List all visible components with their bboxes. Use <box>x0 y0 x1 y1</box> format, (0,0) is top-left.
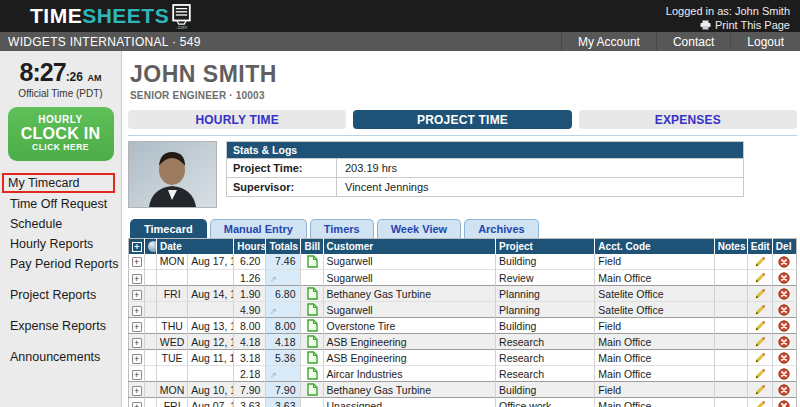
cell-bill[interactable] <box>301 334 323 350</box>
tab-archives[interactable]: Archives <box>464 219 538 238</box>
tab-manual-entry[interactable]: Manual Entry <box>210 219 307 238</box>
cell-expand[interactable]: + <box>129 382 145 398</box>
cell-del[interactable] <box>772 334 796 350</box>
delete-circle-icon[interactable] <box>778 272 790 284</box>
expand-row-plus-icon[interactable]: + <box>132 322 142 332</box>
cell-del[interactable] <box>772 286 796 302</box>
billable-doc-icon[interactable] <box>307 383 318 396</box>
info-sphere-icon[interactable] <box>148 241 157 252</box>
subnav-logout[interactable]: Logout <box>730 32 800 51</box>
cell-edit[interactable] <box>747 366 772 382</box>
cell-del[interactable] <box>772 382 796 398</box>
cell-expand[interactable]: + <box>129 318 145 334</box>
cell-del[interactable] <box>772 318 796 334</box>
billable-doc-icon[interactable] <box>307 255 318 268</box>
delete-circle-icon[interactable] <box>778 368 790 380</box>
print-this-page-link[interactable]: Print This Page <box>700 18 790 32</box>
expand-all-plus-icon[interactable]: + <box>132 242 142 252</box>
header-info[interactable] <box>145 239 157 254</box>
cell-bill[interactable] <box>301 286 323 302</box>
delete-circle-icon[interactable] <box>778 288 790 300</box>
timesheets-logo[interactable]: TIMESHEETS .com <box>0 0 191 32</box>
billable-doc-icon[interactable] <box>307 287 318 300</box>
cell-bill[interactable] <box>301 350 323 366</box>
expand-row-plus-icon[interactable]: + <box>132 290 142 300</box>
cell-bill[interactable] <box>301 382 323 398</box>
sidebar-item-announcements[interactable]: Announcements <box>4 348 117 366</box>
delete-circle-icon[interactable] <box>778 304 790 316</box>
cell-edit[interactable] <box>747 382 772 398</box>
delete-circle-icon[interactable] <box>778 400 790 407</box>
subnav-contact[interactable]: Contact <box>656 32 730 51</box>
tab-project-time[interactable]: PROJECT TIME <box>353 110 571 129</box>
cell-edit[interactable] <box>747 398 772 407</box>
cell-bill[interactable] <box>301 318 323 334</box>
cell-edit[interactable] <box>747 286 772 302</box>
pencil-icon[interactable] <box>754 368 766 380</box>
delete-circle-icon[interactable] <box>778 320 790 332</box>
hourly-clock-in-button[interactable]: HOURLY CLOCK IN CLICK HERE <box>8 107 114 161</box>
cell-edit[interactable] <box>747 254 772 270</box>
pencil-icon[interactable] <box>754 304 766 316</box>
cell-edit[interactable] <box>747 318 772 334</box>
delete-circle-icon[interactable] <box>778 256 790 268</box>
billable-doc-icon[interactable] <box>307 319 318 332</box>
pencil-icon[interactable] <box>754 288 766 300</box>
cell-del[interactable] <box>772 350 796 366</box>
header-expand-all[interactable]: + <box>129 239 145 254</box>
sidebar-item-schedule[interactable]: Schedule <box>4 215 117 233</box>
cell-expand[interactable]: + <box>129 350 145 366</box>
cell-del[interactable] <box>772 302 796 318</box>
cell-del[interactable] <box>772 270 796 286</box>
expand-row-plus-icon[interactable]: + <box>132 354 142 364</box>
subnav-my-account[interactable]: My Account <box>561 32 656 51</box>
cell-del[interactable] <box>772 366 796 382</box>
cell-expand[interactable]: + <box>129 286 145 302</box>
sidebar-item-project-reports[interactable]: Project Reports <box>4 286 117 304</box>
pencil-icon[interactable] <box>754 400 766 407</box>
billable-doc-icon[interactable] <box>307 303 318 316</box>
billable-doc-icon[interactable] <box>307 367 318 380</box>
expand-row-plus-icon[interactable]: + <box>132 370 142 380</box>
cell-expand[interactable]: + <box>129 398 145 407</box>
tab-hourly-time[interactable]: HOURLY TIME <box>128 110 346 129</box>
cell-expand[interactable]: + <box>129 254 145 270</box>
expand-row-plus-icon[interactable]: + <box>132 386 142 396</box>
expand-row-plus-icon[interactable]: + <box>132 338 142 348</box>
pencil-icon[interactable] <box>754 272 766 284</box>
tab-timers[interactable]: Timers <box>310 219 374 238</box>
delete-circle-icon[interactable] <box>778 352 790 364</box>
billable-doc-icon[interactable] <box>307 351 318 364</box>
cell-bill[interactable] <box>301 366 323 382</box>
billable-doc-icon[interactable] <box>307 335 318 348</box>
cell-expand[interactable]: + <box>129 270 145 286</box>
tab-timecard[interactable]: Timecard <box>130 219 207 238</box>
pencil-icon[interactable] <box>754 352 766 364</box>
cell-edit[interactable] <box>747 334 772 350</box>
expand-row-plus-icon[interactable]: + <box>132 402 142 407</box>
sidebar-item-time-off-request[interactable]: Time Off Request <box>4 195 117 213</box>
cell-del[interactable] <box>772 398 796 407</box>
pencil-icon[interactable] <box>754 384 766 396</box>
delete-circle-icon[interactable] <box>778 384 790 396</box>
cell-expand[interactable]: + <box>129 334 145 350</box>
cell-edit[interactable] <box>747 350 772 366</box>
cell-del[interactable] <box>772 254 796 270</box>
cell-bill[interactable] <box>301 254 323 270</box>
pencil-icon[interactable] <box>754 320 766 332</box>
cell-edit[interactable] <box>747 270 772 286</box>
sidebar-item-pay-period-reports[interactable]: Pay Period Reports <box>4 255 117 273</box>
expand-row-plus-icon[interactable]: + <box>132 306 142 316</box>
expand-row-plus-icon[interactable]: + <box>132 274 142 284</box>
tab-expenses[interactable]: EXPENSES <box>579 110 797 129</box>
sidebar-item-hourly-reports[interactable]: Hourly Reports <box>4 235 117 253</box>
tab-week-view[interactable]: Week View <box>377 219 461 238</box>
cell-expand[interactable]: + <box>129 366 145 382</box>
expand-row-plus-icon[interactable]: + <box>132 257 142 267</box>
cell-bill[interactable] <box>301 302 323 318</box>
sidebar-item-expense-reports[interactable]: Expense Reports <box>4 317 117 335</box>
pencil-icon[interactable] <box>754 256 766 268</box>
pencil-icon[interactable] <box>754 336 766 348</box>
cell-edit[interactable] <box>747 302 772 318</box>
delete-circle-icon[interactable] <box>778 336 790 348</box>
